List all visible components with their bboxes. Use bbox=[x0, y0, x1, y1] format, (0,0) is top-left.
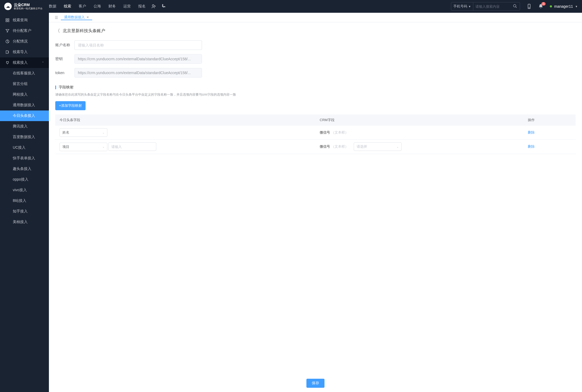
sidebar-sub-12[interactable]: B站接入 bbox=[0, 195, 49, 206]
svg-rect-7 bbox=[8, 20, 9, 22]
sidebar-sub-5[interactable]: 腾讯接入 bbox=[0, 121, 49, 132]
logo-brand: 云朵CRM bbox=[14, 3, 43, 7]
notification-bell[interactable]: 5 bbox=[538, 4, 543, 9]
status-dot-icon bbox=[550, 5, 552, 7]
section-title: 字段映射 bbox=[59, 85, 74, 90]
export-icon bbox=[5, 50, 10, 54]
crm-field-label: 微信号 bbox=[320, 130, 330, 134]
sidebar-toggle-icon[interactable]: ☰ bbox=[52, 15, 61, 20]
svg-rect-5 bbox=[8, 19, 9, 20]
pie-icon bbox=[5, 39, 10, 44]
search-type-label: 手机号码 bbox=[453, 4, 467, 9]
add-field-mapping-button[interactable]: +添加字段映射 bbox=[55, 101, 86, 110]
sidebar-sub-0[interactable]: 在线客服接入 bbox=[0, 68, 49, 79]
chevron-down-icon: ⌄ bbox=[397, 145, 399, 148]
sidebar-item-label: 线索导入 bbox=[13, 50, 28, 54]
grid-icon bbox=[5, 18, 10, 22]
nav-item-5[interactable]: 运营 bbox=[123, 4, 131, 9]
svg-point-0 bbox=[152, 5, 154, 6]
page-title: 北京昱新科技头条账户 bbox=[63, 28, 105, 34]
plug-icon bbox=[5, 61, 10, 65]
back-icon[interactable]: 〈 bbox=[55, 28, 60, 34]
chevron-down-icon: ⌄ bbox=[102, 131, 104, 134]
tab-label: 通用数据接入 bbox=[64, 15, 85, 20]
nav-item-2[interactable]: 客户 bbox=[79, 4, 86, 9]
chevron-down-icon: ▼ bbox=[575, 5, 578, 8]
mobile-icon[interactable] bbox=[526, 4, 532, 9]
phone-call-icon[interactable] bbox=[161, 4, 166, 9]
notification-badge: 5 bbox=[541, 2, 546, 6]
sidebar-sub-8[interactable]: 快手表单接入 bbox=[0, 153, 49, 164]
delete-button[interactable]: 删除 bbox=[528, 130, 535, 134]
sidebar-sub-10[interactable]: oppo接入 bbox=[0, 174, 49, 185]
crm-field-select[interactable]: 请选择⌄ bbox=[354, 142, 402, 151]
search-input[interactable] bbox=[473, 2, 510, 10]
sidebar-item-2[interactable]: 分配情况 bbox=[0, 36, 49, 47]
search-button[interactable] bbox=[510, 4, 520, 9]
svg-rect-6 bbox=[6, 20, 7, 22]
secret-label: 密钥 bbox=[55, 57, 74, 61]
save-button[interactable]: 保存 bbox=[306, 379, 324, 388]
top-nav: ☁ 云朵CRM 教育机构一站式服务云平台 数据线索客户公海财务运营报名 手机号码… bbox=[0, 0, 582, 13]
user-add-icon[interactable] bbox=[151, 4, 156, 9]
token-label: token bbox=[55, 71, 74, 75]
table-header-action: 操作 bbox=[524, 114, 576, 126]
logo-subtitle: 教育机构一站式服务云平台 bbox=[14, 7, 43, 10]
sidebar-sub-13[interactable]: 知乎接入 bbox=[0, 206, 49, 217]
sidebar-sub-11[interactable]: vivo接入 bbox=[0, 185, 49, 195]
nav-item-1[interactable]: 线索 bbox=[64, 4, 71, 9]
filter-icon bbox=[5, 29, 10, 33]
toutiao-field-select[interactable]: 项目⌄ bbox=[60, 143, 107, 151]
tab-0[interactable]: 通用数据接入✕ bbox=[61, 15, 92, 20]
tabs-bar: ☰ 通用数据接入✕ bbox=[49, 13, 582, 22]
search-type-select[interactable]: 手机号码 ▼ bbox=[451, 4, 473, 9]
sidebar-sub-6[interactable]: 百度数据接入 bbox=[0, 132, 49, 142]
svg-point-1 bbox=[513, 5, 516, 7]
delete-button[interactable]: 删除 bbox=[528, 144, 535, 148]
sidebar-item-label: 线索接入 bbox=[13, 60, 28, 65]
sidebar-item-3[interactable]: 线索导入 bbox=[0, 47, 49, 57]
token-input[interactable] bbox=[74, 68, 202, 78]
search-group: 手机号码 ▼ bbox=[451, 2, 520, 11]
crm-field-label: 微信号 bbox=[320, 144, 330, 148]
table-row: 姓名⌄微信号（文本框）删除 bbox=[55, 126, 576, 140]
sidebar-sub-2[interactable]: 网校接入 bbox=[0, 89, 49, 100]
page-content: 〈 北京昱新科技头条账户 账户名称 密钥 token 字段映射 请确保您在此填写… bbox=[49, 22, 582, 392]
close-icon[interactable]: ✕ bbox=[86, 15, 89, 19]
table-header-crm: CRM字段 bbox=[315, 114, 524, 126]
sidebar-item-1[interactable]: 待分配客户 bbox=[0, 25, 49, 36]
table-row: 项目⌄ 微信号（文本框） 请选择⌄删除 bbox=[55, 140, 576, 154]
crm-field-hint: （文本框） bbox=[331, 144, 348, 148]
crm-field-hint: （文本框） bbox=[331, 130, 348, 134]
sidebar-sub-9[interactable]: 趣头条接入 bbox=[0, 164, 49, 174]
nav-item-4[interactable]: 财务 bbox=[108, 4, 116, 9]
logo[interactable]: ☁ 云朵CRM 教育机构一站式服务云平台 bbox=[4, 3, 43, 10]
account-name-input[interactable] bbox=[74, 40, 202, 50]
sidebar-item-label: 线索查询 bbox=[13, 18, 28, 23]
toutiao-field-input[interactable] bbox=[108, 142, 156, 151]
sidebar-sub-1[interactable]: 留言分组 bbox=[0, 79, 49, 89]
sidebar-sub-14[interactable]: 美柚接入 bbox=[0, 217, 49, 227]
secret-input[interactable] bbox=[74, 54, 202, 64]
sidebar-sub-3[interactable]: 通用数据接入 bbox=[0, 100, 49, 110]
nav-item-6[interactable]: 报名 bbox=[138, 4, 146, 9]
svg-rect-4 bbox=[6, 19, 7, 20]
section-desc: 请确保您在此填写的头条自定义字段名称与在今日头条平台中自定义的字段名称一致，并且… bbox=[55, 92, 576, 97]
user-menu[interactable]: manager11 ▼ bbox=[550, 4, 578, 8]
chevron-down-icon: ▼ bbox=[468, 5, 471, 8]
nav-item-3[interactable]: 公海 bbox=[94, 4, 101, 9]
main-area: ☰ 通用数据接入✕ 〈 北京昱新科技头条账户 账户名称 密钥 token bbox=[49, 13, 582, 392]
nav-item-0[interactable]: 数据 bbox=[49, 4, 56, 9]
account-name-label: 账户名称 bbox=[55, 43, 74, 48]
sidebar-sub-4[interactable]: 今日头条接入 bbox=[0, 110, 49, 121]
sidebar-item-label: 分配情况 bbox=[13, 39, 28, 44]
sidebar-item-clue-access[interactable]: 线索接入˄ bbox=[0, 57, 49, 68]
field-mapping-table: 今日头条字段 CRM字段 操作 姓名⌄微信号（文本框）删除项目⌄ 微信号（文本框… bbox=[55, 114, 576, 154]
sidebar-item-0[interactable]: 线索查询 bbox=[0, 15, 49, 25]
sidebar: 线索查询待分配客户分配情况线索导入线索接入˄在线客服接入留言分组网校接入通用数据… bbox=[0, 13, 49, 392]
sidebar-item-label: 待分配客户 bbox=[13, 28, 31, 33]
sidebar-sub-7[interactable]: UC接入 bbox=[0, 142, 49, 153]
chevron-up-icon: ˄ bbox=[42, 61, 44, 64]
toutiao-field-select[interactable]: 姓名⌄ bbox=[60, 128, 107, 137]
table-header-toutiao: 今日头条字段 bbox=[55, 114, 315, 126]
